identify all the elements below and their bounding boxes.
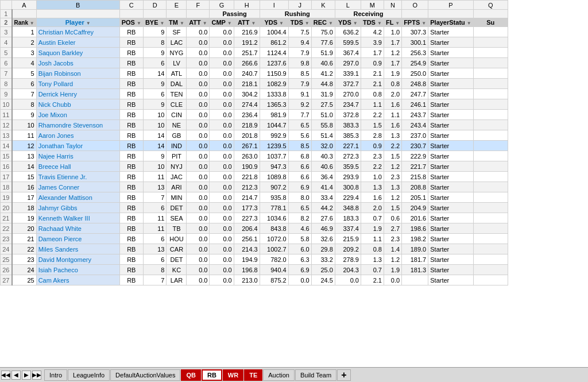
tab-te[interactable]: TE — [244, 369, 262, 381]
status-cell: Starter — [428, 48, 474, 58]
att-cell: 0.0 — [187, 48, 210, 58]
rec-yds-cell: 337.4 — [335, 223, 361, 234]
rec-cell: 33.2 — [311, 254, 335, 265]
status-header[interactable]: PlayerStatu ▼ — [428, 18, 474, 27]
table-row[interactable]: 2422Miles SandersRB13CAR0.00.0214.31002.… — [1, 244, 508, 254]
table-row[interactable]: 2220Rachaad WhiteRB11TB0.00.0206.4843.84… — [1, 223, 508, 234]
rush-yds-cell: 861.2 — [260, 37, 288, 48]
tab-wr[interactable]: WR — [223, 369, 243, 381]
rush-tds-cell: 6.9 — [288, 265, 311, 275]
rec-cell: 44.8 — [311, 79, 335, 89]
rush-tds-header[interactable]: TDS ▼ — [288, 18, 311, 27]
tab-qb[interactable]: QB — [181, 369, 201, 381]
fpts-header[interactable]: FPTS ▼ — [402, 18, 428, 27]
table-row[interactable]: 53Saquon BarkleyRB9NYG0.00.0251.71124.47… — [1, 48, 508, 58]
player-header[interactable]: Player ▼ — [36, 18, 119, 27]
table-row[interactable]: 42Austin EkelerRB8LAC0.00.0191.2861.29.4… — [1, 37, 508, 48]
col-f-header[interactable]: F — [187, 1, 210, 10]
table-row[interactable]: 97Derrick HenryRB6TEN0.00.0304.21333.89.… — [1, 89, 508, 99]
nav-prev-btn[interactable]: ◀ — [11, 371, 21, 380]
col-m-header[interactable]: M — [361, 1, 384, 10]
pos-cell: RB — [119, 48, 143, 58]
table-row[interactable]: 1715Travis Etienne Jr.RB11JAC0.00.0221.8… — [1, 172, 508, 182]
bye-header[interactable]: BYE ▼ — [143, 18, 167, 27]
table-row[interactable]: 1412Jonathan TaylorRB14IND0.00.0267.1123… — [1, 141, 508, 151]
tm-cell: SF — [167, 27, 187, 37]
tab-auction[interactable]: Auction — [263, 369, 295, 381]
rush-att-header[interactable]: ATT ▼ — [234, 18, 260, 27]
rush-yds-header[interactable]: YDS ▼ — [260, 18, 288, 27]
col-e-header[interactable]: E — [167, 1, 187, 10]
pos-cell: RB — [119, 203, 143, 213]
table-row[interactable]: 75Bijan RobinsonRB14ATL0.00.0240.71150.9… — [1, 68, 508, 79]
rec-tds-header[interactable]: TDS ▼ — [361, 18, 384, 27]
col-k-header[interactable]: K — [311, 1, 335, 10]
table-row[interactable]: 1816James ConnerRB13ARI0.00.0212.3907.26… — [1, 182, 508, 192]
rank-header[interactable]: Rank ▼ — [12, 18, 37, 27]
table-row[interactable]: 119Joe MixonRB10CIN0.00.0236.4981.97.751… — [1, 110, 508, 120]
pos-cell: RB — [119, 265, 143, 275]
table-row[interactable]: 64Josh JacobsRB6LV0.00.0266.61237.69.840… — [1, 58, 508, 68]
tab-defaultauctionvalues[interactable]: DefaultAuctionValues — [110, 369, 180, 381]
extra-header[interactable]: Su — [473, 18, 508, 27]
col-b-header[interactable]: B — [36, 1, 119, 10]
col-p-header[interactable]: P — [428, 1, 474, 10]
col-j-header[interactable]: J — [288, 1, 311, 10]
col-o-header[interactable]: O — [402, 1, 428, 10]
table-row[interactable]: 1614Breece HallRB10NYJ0.00.0190.9947.36.… — [1, 161, 508, 172]
rush-yds-cell: 1124.4 — [260, 48, 288, 58]
nav-next-btn[interactable]: ▶ — [22, 371, 31, 380]
col-a-header[interactable]: A — [12, 1, 37, 10]
rush-att-cell: 190.9 — [234, 161, 260, 172]
tab-build-team[interactable]: Build Team — [295, 369, 336, 381]
table-row[interactable]: 2523David MontgomeryRB6DET0.00.0194.9782… — [1, 254, 508, 265]
pos-header[interactable]: POS ▼ — [119, 18, 143, 27]
col-q-header[interactable]: Q — [473, 1, 508, 10]
table-row[interactable]: 31Christian McCaffreyRB9SF0.00.0216.9100… — [1, 27, 508, 37]
att-header[interactable]: ATT ▼ — [187, 18, 210, 27]
rec-header[interactable]: REC ▼ — [311, 18, 335, 27]
tab-intro[interactable]: Intro — [44, 369, 67, 381]
table-row[interactable]: 2725Cam AkersRB7LAR0.00.0213.0875.20.024… — [1, 275, 508, 285]
col-i-header[interactable]: I — [260, 1, 288, 10]
nav-last-btn[interactable]: ▶▶ — [32, 371, 41, 380]
rec-tds-cell: 1.0 — [361, 172, 384, 182]
col-g-header[interactable]: G — [210, 1, 234, 10]
rank-cell: 4 — [12, 58, 37, 68]
player-name-cell: Jonathan Taylor — [36, 141, 119, 151]
cmp-header[interactable]: CMP ▼ — [210, 18, 234, 27]
table-row[interactable]: 1513Najee HarrisRB9PIT0.00.0263.01037.76… — [1, 151, 508, 161]
rec-yds-cell: 636.2 — [335, 27, 361, 37]
fl-header[interactable]: FL ▼ — [384, 18, 401, 27]
tm-header[interactable]: TM ▼ — [167, 18, 187, 27]
table-row[interactable]: 2018Jahmyr GibbsRB6DET0.00.0177.3778.16.… — [1, 203, 508, 213]
col-h-header[interactable]: H — [234, 1, 260, 10]
col-l-header[interactable]: L — [335, 1, 361, 10]
pos-cell: RB — [119, 182, 143, 192]
table-row[interactable]: 1210Rhamondre StevensonRB10NE0.00.0218.9… — [1, 120, 508, 130]
table-row[interactable]: 1311Aaron JonesRB14GB0.00.0201.8992.95.6… — [1, 130, 508, 141]
tab-+[interactable]: + — [337, 369, 350, 381]
tm-cell: SEA — [167, 213, 187, 223]
tm-cell: IND — [167, 141, 187, 151]
table-row[interactable]: 108Nick ChubbRB9CLE0.00.0274.41365.39.22… — [1, 99, 508, 110]
att-cell: 0.0 — [187, 99, 210, 110]
col-n-header[interactable]: N — [384, 1, 401, 10]
table-row[interactable]: 86Tony PollardRB9DAL0.00.0218.11082.97.9… — [1, 79, 508, 89]
cmp-cell: 0.0 — [210, 130, 234, 141]
tab-leagueinfo[interactable]: LeagueInfo — [68, 369, 110, 381]
col-c-header[interactable]: C — [119, 1, 143, 10]
grid-wrapper[interactable]: A B C D E F G H I J K L M N O — [0, 0, 588, 367]
rank-cell: 1 — [12, 27, 37, 37]
table-row[interactable]: 2321Dameon PierceRB6HOU0.00.0256.11072.0… — [1, 234, 508, 244]
rec-yds-header[interactable]: YDS ▼ — [335, 18, 361, 27]
rank-cell: 8 — [12, 99, 37, 110]
status-cell: Starter — [428, 172, 474, 182]
tm-cell: JAC — [167, 172, 187, 182]
table-row[interactable]: 1917Alexander MattisonRB7MIN0.00.0214.79… — [1, 192, 508, 203]
tab-rb[interactable]: RB — [202, 369, 222, 381]
col-d-header[interactable]: D — [143, 1, 167, 10]
table-row[interactable]: 2624Isiah PachecoRB8KC0.00.0196.8940.46.… — [1, 265, 508, 275]
nav-first-btn[interactable]: ◀◀ — [1, 371, 10, 380]
table-row[interactable]: 2119Kenneth Walker IIIRB11SEA0.00.0227.3… — [1, 213, 508, 223]
